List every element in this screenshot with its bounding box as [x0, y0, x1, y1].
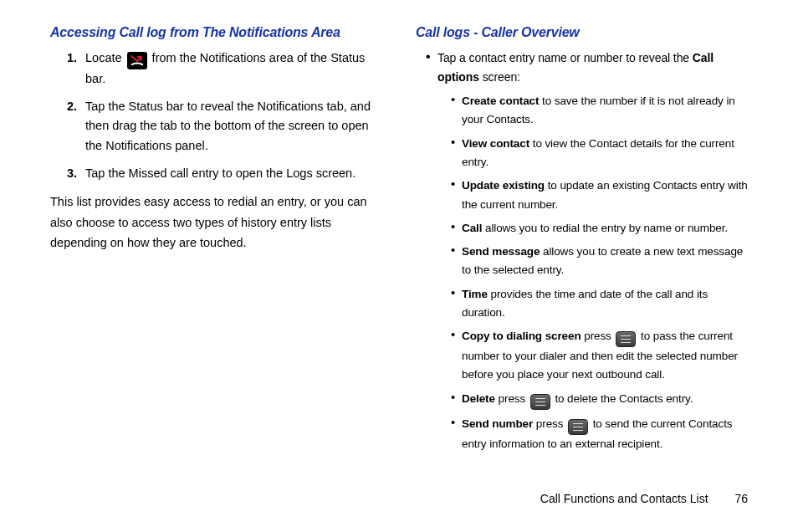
list-item: •Create contact to save the number if it…: [416, 92, 748, 130]
menu-icon: [530, 394, 550, 410]
list-item: •Copy to dialing screen press to pass th…: [416, 327, 748, 385]
right-column: Call logs - Caller Overview • Tap a cont…: [416, 25, 748, 458]
bullet-dot-icon: •: [451, 390, 462, 410]
item-rest: provides the time and date of the call a…: [462, 288, 708, 319]
list-item: •Delete press to delete the Contacts ent…: [416, 390, 748, 410]
step-3: 3. Tap the Missed call entry to open the…: [50, 164, 382, 183]
step-text: Tap the Missed call entry to open the Lo…: [85, 164, 356, 183]
item-rest: allows you to redial the entry by name o…: [482, 222, 728, 234]
left-paragraph: This list provides easy access to redial…: [50, 192, 382, 253]
bullet-dot-icon: •: [451, 415, 462, 453]
l1-post: screen:: [479, 70, 520, 84]
bullet-dot-icon: •: [451, 135, 462, 172]
left-heading: Accessing Call log from The Notification…: [50, 25, 382, 40]
item-bold: Call: [462, 222, 482, 234]
item-bold: Create contact: [462, 95, 539, 107]
item-bold: Update existing: [462, 179, 545, 192]
item-text: Time provides the time and date of the c…: [462, 285, 748, 323]
bullet-dot-icon: •: [451, 219, 462, 238]
bullet-dot-icon: •: [451, 327, 462, 385]
l1-text: Tap a contact entry name or number to re…: [437, 49, 748, 87]
footer-label: Call Functions and Contacts List: [540, 492, 708, 505]
item-bold: Send number: [462, 417, 533, 430]
step-2: 2. Tap the Status bar to reveal the Noti…: [50, 97, 382, 156]
bullet-dot-icon: •: [451, 176, 462, 214]
item-text: Delete press to delete the Contacts entr…: [462, 390, 693, 410]
page-number: 76: [734, 492, 748, 505]
step-num: 3.: [67, 164, 85, 183]
item-text: Copy to dialing screen press to pass the…: [462, 327, 748, 385]
missed-call-icon: [127, 52, 147, 69]
step-1: 1. Locate from the Notifications area of…: [50, 49, 382, 89]
item-text: Send message allows you to create a new …: [462, 243, 748, 280]
bullet-dot-icon: •: [451, 243, 462, 280]
step-text: Tap the Status bar to reveal the Notific…: [85, 97, 382, 156]
page-columns: Accessing Call log from The Notification…: [50, 25, 748, 458]
step-num: 2.: [67, 97, 85, 156]
item-bold: Delete: [462, 392, 495, 405]
list-item: •Send message allows you to create a new…: [416, 243, 748, 280]
menu-icon: [568, 419, 588, 435]
item-text: View contact to view the Contact details…: [462, 135, 748, 172]
bullet-dot-icon: •: [451, 92, 462, 130]
item-text: Create contact to save the number if it …: [462, 92, 748, 130]
bullet-dot-icon: •: [451, 285, 462, 323]
item-bold: Time: [462, 288, 488, 300]
item-pre: press: [495, 392, 529, 405]
right-heading: Call logs - Caller Overview: [416, 25, 748, 40]
list-item: •Call allows you to redial the entry by …: [416, 219, 748, 238]
item-text: Call allows you to redial the entry by n…: [462, 219, 728, 238]
step-num: 1.: [67, 49, 85, 89]
item-text: Send number press to send the current Co…: [462, 415, 748, 453]
menu-icon: [616, 331, 636, 347]
left-column: Accessing Call log from The Notification…: [50, 25, 382, 458]
l1-item: • Tap a contact entry name or number to …: [416, 49, 748, 87]
l2-list: •Create contact to save the number if it…: [416, 92, 748, 453]
list-item: •View contact to view the Contact detail…: [416, 135, 748, 172]
list-item: •Send number press to send the current C…: [416, 415, 748, 453]
step-pre: Locate: [85, 51, 125, 64]
page-footer: Call Functions and Contacts List 76: [540, 492, 748, 505]
bullet-dot-icon: •: [426, 49, 437, 87]
l1-pre: Tap a contact entry name or number to re…: [437, 51, 693, 64]
item-bold: View contact: [462, 137, 529, 150]
item-pre: press: [533, 417, 566, 430]
list-item: •Time provides the time and date of the …: [416, 285, 748, 323]
item-bold: Send message: [462, 245, 540, 258]
item-post: to delete the Contacts entry.: [552, 392, 693, 405]
item-bold: Copy to dialing screen: [462, 330, 581, 342]
item-text: Update existing to update an existing Co…: [462, 176, 748, 214]
list-item: •Update existing to update an existing C…: [416, 176, 748, 214]
item-pre: press: [581, 330, 615, 342]
step-text: Locate from the Notifications area of th…: [85, 49, 382, 89]
